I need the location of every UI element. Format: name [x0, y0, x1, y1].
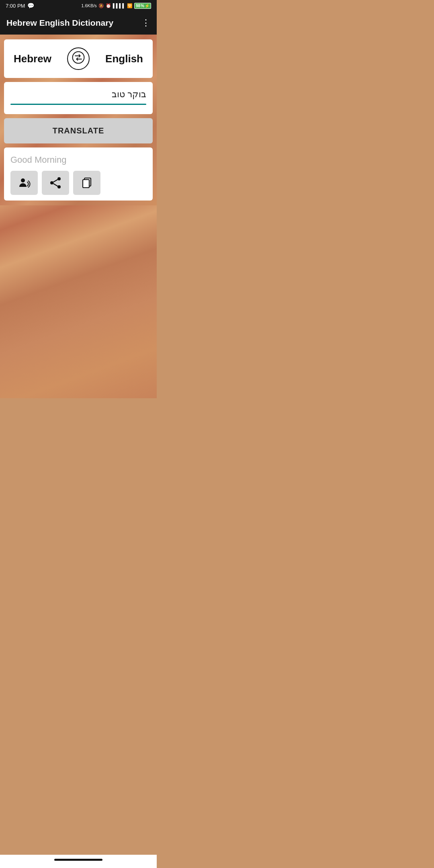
- svg-point-1: [21, 178, 25, 182]
- result-text: Good Morning: [10, 155, 146, 165]
- alarm-icon: ⏰: [106, 3, 111, 8]
- wifi-icon: 🛜: [127, 3, 133, 8]
- app-bar: Hebrew English Dictionary ⋮: [0, 11, 157, 35]
- svg-point-2: [57, 177, 61, 180]
- svg-rect-8: [83, 180, 89, 188]
- source-language-label[interactable]: Hebrew: [14, 53, 51, 65]
- status-bar: 7:00 PM 💬 1.6KB/s 🔕 ⏰ ▌▌▌▌ 🛜 98 % ⚡: [0, 0, 157, 11]
- status-time: 7:00 PM: [6, 3, 25, 9]
- svg-line-6: [53, 184, 57, 186]
- copy-icon: [80, 176, 93, 189]
- target-language-label[interactable]: English: [105, 53, 143, 65]
- signal-icon: ▌▌▌▌: [113, 3, 125, 8]
- mute-icon: 🔕: [98, 3, 104, 8]
- svg-point-0: [73, 52, 84, 63]
- swap-icon: [72, 51, 85, 66]
- result-actions: [10, 171, 146, 195]
- more-options-button[interactable]: ⋮: [141, 18, 150, 27]
- input-card: [4, 82, 153, 114]
- speak-button[interactable]: [10, 171, 38, 195]
- share-icon: [49, 176, 62, 189]
- svg-point-3: [57, 185, 61, 188]
- battery-indicator: 98 % ⚡: [134, 3, 151, 9]
- app-title: Hebrew English Dictionary: [6, 18, 113, 28]
- share-button[interactable]: [42, 171, 69, 195]
- main-content: Hebrew English TRANSLATE Good Morning: [0, 35, 157, 205]
- input-underline: [10, 104, 146, 105]
- copy-button[interactable]: [73, 171, 100, 195]
- wood-background-lower: [0, 205, 157, 398]
- result-card: Good Morning: [4, 147, 153, 201]
- swap-language-button[interactable]: [67, 47, 90, 70]
- translate-button[interactable]: TRANSLATE: [4, 118, 153, 143]
- language-selector-card: Hebrew English: [4, 39, 153, 78]
- svg-line-5: [53, 180, 57, 182]
- svg-point-4: [50, 181, 53, 184]
- speaker-icon: [18, 176, 31, 189]
- network-speed: 1.6KB/s: [81, 3, 97, 8]
- translation-input[interactable]: [10, 88, 146, 101]
- messaging-icon: 💬: [27, 2, 34, 9]
